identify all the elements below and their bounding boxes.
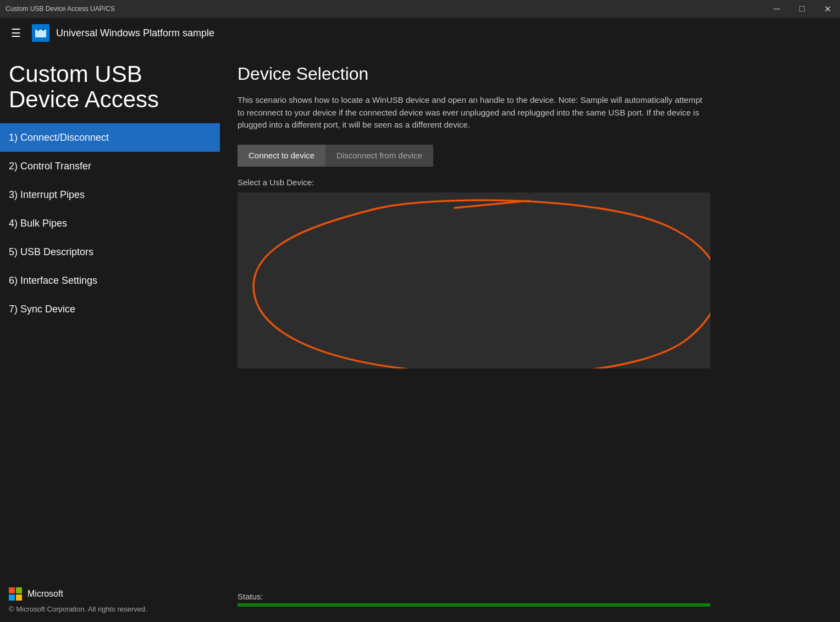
microsoft-logo: Microsoft: [9, 587, 211, 601]
sidebar-item-control-transfer[interactable]: 2) Control Transfer: [0, 152, 220, 180]
ms-square-green: [16, 587, 22, 593]
disconnect-button[interactable]: Disconnect from device: [325, 145, 433, 167]
status-label: Status:: [237, 592, 822, 601]
content-title: Device Selection: [237, 64, 822, 84]
ms-squares-icon: [9, 587, 22, 601]
sidebar-item-interface-settings[interactable]: 6) Interface Settings: [0, 266, 220, 295]
sidebar-item-sync-device[interactable]: 7) Sync Device: [0, 295, 220, 323]
svg-rect-1: [35, 30, 46, 37]
hamburger-button[interactable]: ☰: [7, 24, 25, 42]
sidebar-item-usb-descriptors[interactable]: 5) USB Descriptors: [0, 238, 220, 266]
svg-rect-3: [42, 28, 44, 31]
content-area: Device Selection This scenario shows how…: [220, 48, 840, 622]
app-header: ☰ Universal Windows Platform sample: [0, 18, 840, 48]
app-icon: [32, 24, 49, 42]
ms-square-red: [9, 587, 15, 593]
sidebar: Custom USB Device Access 1) Connect/Disc…: [0, 48, 220, 622]
sidebar-footer: Microsoft © Microsoft Corporation. All r…: [0, 579, 220, 622]
description-text: This scenario shows how to locate a WinU…: [237, 94, 710, 131]
connect-button[interactable]: Connect to device: [237, 145, 325, 167]
title-bar: Custom USB Device Access UAP/CS ─ □ ✕: [0, 0, 840, 18]
app-header-title: Universal Windows Platform sample: [56, 27, 214, 39]
status-section: Status:: [237, 587, 822, 607]
device-button-group: Connect to device Disconnect from device: [237, 145, 822, 167]
main-layout: Custom USB Device Access 1) Connect/Disc…: [0, 48, 840, 622]
close-button[interactable]: ✕: [815, 0, 840, 18]
sidebar-item-interrupt-pipes[interactable]: 3) Interrupt Pipes: [0, 180, 220, 209]
svg-rect-2: [37, 28, 39, 31]
company-name: Microsoft: [27, 589, 63, 599]
copyright-text: © Microsoft Corporation. All rights rese…: [9, 605, 211, 613]
maximize-button[interactable]: □: [789, 0, 815, 18]
sidebar-heading: Custom USB Device Access: [0, 53, 220, 123]
window-controls: ─ □ ✕: [764, 0, 840, 18]
sidebar-item-bulk-pipes[interactable]: 4) Bulk Pipes: [0, 209, 220, 238]
status-bar: [237, 603, 710, 607]
ms-square-yellow: [16, 595, 22, 601]
minimize-button[interactable]: ─: [764, 0, 789, 18]
annotation-drawing: [237, 192, 710, 368]
ms-square-blue: [9, 595, 15, 601]
sidebar-item-connect-disconnect[interactable]: 1) Connect/Disconnect: [0, 123, 220, 152]
select-usb-label: Select a Usb Device:: [237, 178, 822, 187]
window-title: Custom USB Device Access UAP/CS: [5, 5, 115, 13]
device-list-box[interactable]: [237, 192, 710, 368]
